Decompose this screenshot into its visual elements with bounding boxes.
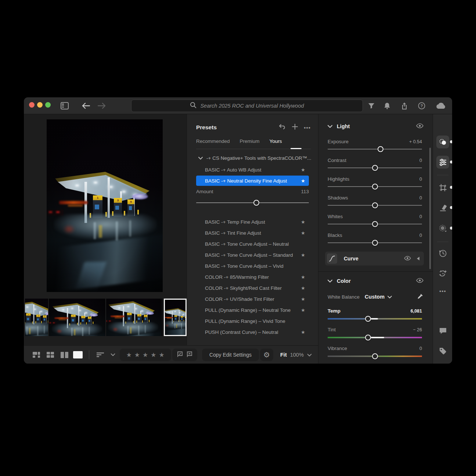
slider-track[interactable] <box>328 186 422 187</box>
chevron-down-icon[interactable] <box>387 294 392 300</box>
slider-track[interactable] <box>328 356 422 357</box>
slider-track[interactable] <box>328 318 422 320</box>
star-icon[interactable]: ★ <box>301 252 305 258</box>
preset-item[interactable]: BASIC -+ Temp Fine Adjust★ <box>196 217 309 227</box>
slider-knob[interactable] <box>372 221 378 227</box>
slider-knob[interactable] <box>372 165 378 171</box>
preset-item[interactable]: COLOR -+ 85/Warming Filter★ <box>196 272 309 282</box>
zoom-window-button[interactable] <box>45 102 51 108</box>
star-rating-control[interactable]: ★ ★ ★ ★ ★ <box>120 349 171 361</box>
preset-item[interactable]: BASIC -+ Tone Curve Adjust – Vivid <box>196 261 309 271</box>
star-icon[interactable]: ★ <box>301 307 305 313</box>
settings-gear-button[interactable]: ⚙ <box>260 349 273 361</box>
help-icon[interactable]: ? <box>416 97 427 114</box>
filmstrip-thumbnail-selected[interactable]: 1 3 5 <box>164 299 187 336</box>
keywords-button[interactable] <box>436 345 449 357</box>
slider-knob[interactable] <box>365 316 371 322</box>
reset-undo-icon[interactable] <box>279 124 286 131</box>
slider-knob[interactable] <box>372 353 378 359</box>
eye-icon[interactable] <box>404 255 411 262</box>
minimize-window-button[interactable] <box>37 102 43 108</box>
curve-row[interactable]: Curve <box>325 252 424 266</box>
slider-track[interactable] <box>328 205 422 206</box>
crop-tool-button[interactable] <box>436 181 449 194</box>
star-icon[interactable]: ★ <box>143 351 148 359</box>
preset-item[interactable]: BASIC -+ Tone Curve Adjust – Standard★ <box>196 250 309 260</box>
star-icon[interactable]: ★ <box>134 351 140 359</box>
forward-button[interactable] <box>97 97 107 114</box>
reject-flag-icon[interactable] <box>187 351 192 358</box>
star-icon[interactable]: ★ <box>301 285 305 291</box>
tab-premium[interactable]: Premium <box>240 138 260 148</box>
slider-track[interactable] <box>328 167 422 168</box>
slider-knob[interactable] <box>372 240 378 246</box>
detail-view-button[interactable] <box>73 346 83 364</box>
preset-item[interactable]: BASIC -+ Tone Curve Adjust – Neutral <box>196 239 309 249</box>
star-icon[interactable]: ★ <box>301 230 305 236</box>
main-photo-canvas[interactable]: 1 3 5 <box>47 119 163 292</box>
chevron-down-icon[interactable] <box>328 123 332 130</box>
masking-tool-button[interactable] <box>436 222 449 235</box>
preset-item[interactable]: BASIC -+ Auto WB Adjust★ <box>196 165 309 175</box>
notifications-bell-icon[interactable] <box>382 97 392 114</box>
sidebar-toggle-icon[interactable] <box>59 97 70 114</box>
more-options-icon[interactable]: ••• <box>304 125 311 131</box>
star-icon[interactable]: ★ <box>301 167 305 173</box>
preset-item[interactable]: PUSH (Contrast Curve) – Neutral★ <box>196 327 309 337</box>
star-icon[interactable]: ★ <box>301 219 305 225</box>
versions-history-button[interactable] <box>436 247 449 260</box>
edit-tool-button[interactable] <box>436 156 449 169</box>
star-icon[interactable]: ★ <box>301 296 305 302</box>
search-input[interactable]: Search 2025 ROC and Universal Hollywood <box>131 100 363 112</box>
preset-group-header[interactable]: -+ CS Negative+ Tools with SpectraCOLOR™… <box>198 155 318 161</box>
tab-recommended[interactable]: Recommended <box>196 138 230 148</box>
slider-knob[interactable] <box>365 335 371 340</box>
fit-button[interactable]: Fit <box>280 352 287 358</box>
preset-item[interactable]: BASIC -+ Tint Fine Adjust★ <box>196 228 309 238</box>
tab-yours[interactable]: Yours <box>270 138 282 148</box>
zoom-level[interactable]: 100% <box>290 352 304 358</box>
grid-view-button[interactable] <box>46 346 55 364</box>
amount-slider-knob[interactable] <box>253 200 259 206</box>
filmstrip-thumbnail[interactable]: 1 3 5 <box>49 299 105 336</box>
star-icon[interactable]: ★ <box>301 178 305 184</box>
slider-track[interactable] <box>328 149 422 149</box>
healing-tool-button[interactable] <box>436 201 449 214</box>
star-icon[interactable]: ★ <box>159 351 165 359</box>
zoom-chevron-icon[interactable] <box>307 351 312 358</box>
share-icon[interactable] <box>399 97 410 114</box>
slider-track[interactable] <box>328 242 422 243</box>
filmstrip-thumbnail[interactable]: 1 3 5 <box>106 299 163 336</box>
back-button[interactable] <box>81 97 91 114</box>
cloud-sync-icon[interactable] <box>434 97 447 114</box>
pick-flag-icon[interactable] <box>177 351 183 358</box>
presets-tool-button[interactable] <box>436 136 449 148</box>
filter-icon[interactable] <box>366 97 376 114</box>
preset-item[interactable]: COLOR -+ UV/Shade Tint Filter★ <box>196 294 309 304</box>
star-icon[interactable]: ★ <box>301 274 305 280</box>
slider-knob[interactable] <box>372 202 378 208</box>
chevron-down-icon[interactable] <box>328 278 332 284</box>
slider-track[interactable] <box>328 337 422 338</box>
eye-icon[interactable] <box>416 123 423 130</box>
sort-order-icon[interactable] <box>95 346 106 364</box>
slider-knob[interactable] <box>372 184 378 190</box>
preset-item[interactable]: COLOR -+ Skylight/Red Cast Filter★ <box>196 283 309 293</box>
curve-icon[interactable] <box>327 253 337 264</box>
slider-knob[interactable] <box>378 146 383 152</box>
preset-item[interactable]: PULL (Dynamic Range) – Neutral Tone★ <box>196 305 309 315</box>
light-section-header[interactable]: Light <box>328 122 423 131</box>
edit-scrollbar-thumb[interactable] <box>429 148 431 269</box>
eyedropper-icon[interactable] <box>417 293 423 301</box>
eye-icon[interactable] <box>416 278 423 284</box>
compare-view-button[interactable] <box>60 346 69 364</box>
copy-edit-settings-button[interactable]: Copy Edit Settings <box>202 349 259 361</box>
star-icon[interactable]: ★ <box>151 351 156 359</box>
amount-slider-track[interactable] <box>196 202 309 203</box>
add-preset-icon[interactable] <box>292 124 298 131</box>
auto-remix-button[interactable] <box>436 267 449 280</box>
filmstrip-thumbnail[interactable]: 1 3 5 <box>25 299 48 336</box>
slider-track[interactable] <box>328 224 422 224</box>
white-balance-value[interactable]: Custom <box>365 294 385 300</box>
star-icon[interactable]: ★ <box>301 329 305 335</box>
